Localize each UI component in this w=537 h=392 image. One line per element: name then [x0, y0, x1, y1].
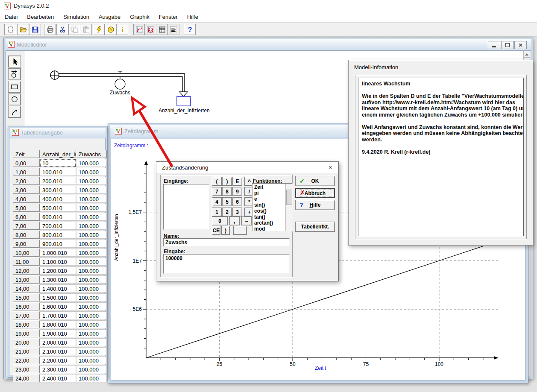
- table-cell-r7c0[interactable]: 7,00: [13, 222, 40, 230]
- table-cell-r17c0[interactable]: 17,00: [13, 311, 40, 319]
- connector-tool[interactable]: [8, 106, 21, 118]
- function-item-tan[interactable]: tan(): [253, 214, 285, 220]
- abbruch-button[interactable]: ✗ Abbruch: [295, 188, 335, 198]
- menu-datei[interactable]: Datei: [0, 12, 22, 22]
- function-item-mod[interactable]: mod: [253, 226, 285, 231]
- flow-valve-tool[interactable]: [8, 68, 21, 80]
- table-cell-r8c1[interactable]: 800.010: [40, 231, 76, 239]
- table-cell-r10c0[interactable]: 10,00: [13, 249, 40, 257]
- calc-button-([interactable]: (: [212, 177, 222, 186]
- menu-graphik[interactable]: Graphik: [125, 12, 154, 22]
- calc-button-)[interactable]: ): [222, 177, 232, 186]
- table-cell-r15c2[interactable]: 100.000: [76, 293, 107, 301]
- table-cell-r19c2[interactable]: 100.000: [76, 329, 107, 337]
- table-cell-r7c1[interactable]: 700.010: [40, 222, 76, 230]
- table-cell-r0c2[interactable]: 100.000: [76, 159, 107, 167]
- table-cell-r19c1[interactable]: 1.900.010: [40, 329, 76, 337]
- function-item-arctan[interactable]: arctan(): [253, 220, 285, 226]
- table-cell-r18c0[interactable]: 18,00: [13, 320, 40, 328]
- table-cell-r22c1[interactable]: 2.200.010: [40, 356, 76, 364]
- table-cell-r1c1[interactable]: 100.010: [40, 168, 76, 176]
- close-button[interactable]: ✕: [514, 41, 527, 49]
- menu-ausgabe[interactable]: Ausgabe: [94, 12, 125, 22]
- dialog-titlebar[interactable]: Zustandsänderung ×: [156, 162, 338, 173]
- table-cell-r20c2[interactable]: 100.000: [76, 338, 107, 346]
- column-header-Zeit[interactable]: Zeit: [13, 150, 40, 158]
- minimize-button[interactable]: [488, 41, 500, 49]
- table-cell-r22c2[interactable]: 100.000: [76, 356, 107, 364]
- table-cell-r18c2[interactable]: 100.000: [76, 320, 107, 328]
- simulation-run-button[interactable]: [93, 24, 105, 35]
- table-cell-r11c2[interactable]: 100.000: [76, 257, 107, 266]
- table-cell-r20c1[interactable]: 2.000.010: [40, 338, 76, 346]
- tabelle-button[interactable]: [156, 24, 168, 35]
- table-cell-r19c0[interactable]: 19,00: [13, 329, 40, 337]
- table-cell-r5c0[interactable]: 5,00: [13, 204, 40, 212]
- table-cell-r13c1[interactable]: 1.300.010: [40, 275, 76, 284]
- table-cell-r10c1[interactable]: 1.000.010: [40, 249, 76, 257]
- table-cell-r21c1[interactable]: 2.100.010: [40, 347, 76, 355]
- table-cell-r20c0[interactable]: 20,00: [13, 338, 40, 346]
- menu-simulation[interactable]: Simulation: [59, 12, 94, 22]
- funktionen-listbox[interactable]: Zeitpiesin()cos()tan()arctan()moddiv: [252, 183, 293, 231]
- table-cell-r8c2[interactable]: 100.000: [76, 231, 107, 239]
- table-cell-r5c2[interactable]: 100.000: [76, 204, 107, 212]
- table-cell-r4c0[interactable]: 4,00: [13, 195, 40, 203]
- table-cell-r11c1[interactable]: 1.100.010: [40, 257, 76, 266]
- table-cell-r6c2[interactable]: 100.000: [76, 213, 107, 221]
- table-cell-r14c2[interactable]: 100.000: [76, 284, 107, 293]
- column-header-Anzahl_der_Inf[interactable]: Anzahl_der_Inf: [40, 150, 76, 158]
- table-cell-r23c0[interactable]: 23,00: [13, 365, 40, 373]
- table-cell-r12c0[interactable]: 12,00: [13, 266, 40, 275]
- table-cell-r0c0[interactable]: 0,00: [13, 159, 40, 167]
- table-cell-r3c1[interactable]: 300.010: [40, 186, 76, 194]
- table-cell-r22c0[interactable]: 22,00: [13, 356, 40, 364]
- calc-button-)[interactable]: ): [221, 226, 230, 235]
- table-cell-r21c0[interactable]: 21,00: [13, 347, 40, 355]
- table-cell-r3c0[interactable]: 3,00: [13, 186, 40, 194]
- model-info-button[interactable]: i: [116, 24, 128, 35]
- table-cell-r11c0[interactable]: 11,00: [13, 257, 40, 266]
- constant-tool[interactable]: [8, 94, 21, 105]
- flow-valve[interactable]: [115, 79, 125, 89]
- table-cell-r16c0[interactable]: 16,00: [13, 302, 40, 310]
- table-cell-r9c2[interactable]: 100.000: [76, 240, 107, 248]
- zeitdiagramm-button[interactable]: [133, 24, 145, 35]
- calc-button-,[interactable]: ,: [229, 216, 240, 225]
- table-cell-r17c2[interactable]: 100.000: [76, 311, 107, 319]
- calc-button-CE[interactable]: CE: [212, 226, 220, 235]
- calc-button-7[interactable]: 7: [212, 187, 222, 196]
- calc-button-5[interactable]: 5: [222, 197, 232, 206]
- table-cell-r15c1[interactable]: 1.500.010: [40, 293, 76, 301]
- table-cell-r4c1[interactable]: 400.010: [40, 195, 76, 203]
- open-file-button[interactable]: [17, 24, 29, 35]
- calc-button-1[interactable]: 1: [212, 208, 222, 216]
- table-cell-r24c0[interactable]: 24,00: [13, 374, 40, 382]
- table-cell-r15c0[interactable]: 15,00: [13, 293, 40, 301]
- restore-button[interactable]: [501, 41, 514, 49]
- gleichungen-button[interactable]: [167, 24, 179, 35]
- calc-button-4[interactable]: 4: [212, 197, 222, 206]
- calc-button-6[interactable]: 6: [232, 197, 242, 206]
- dialog-close-icon[interactable]: ×: [326, 164, 334, 171]
- table-cell-r14c1[interactable]: 1.400.010: [40, 284, 76, 293]
- table-cell-r16c2[interactable]: 100.000: [76, 302, 107, 310]
- table-cell-r21c2[interactable]: 100.000: [76, 347, 107, 355]
- table-cell-r6c0[interactable]: 6,00: [13, 213, 40, 221]
- table-cell-r4c2[interactable]: 100.000: [76, 195, 107, 203]
- table-cell-r23c1[interactable]: 2.300.010: [40, 365, 76, 373]
- table-cell-r24c2[interactable]: 100.000: [76, 374, 107, 382]
- table-cell-r1c0[interactable]: 1,00: [13, 168, 40, 176]
- column-header-Zuwachs[interactable]: Zuwachs: [76, 150, 107, 158]
- simulation-time-button[interactable]: [105, 24, 117, 35]
- function-item-e[interactable]: e: [253, 196, 285, 202]
- table-cell-r14c0[interactable]: 14,00: [13, 284, 40, 293]
- table-cell-r7c2[interactable]: 100.000: [76, 222, 107, 230]
- modelleditor-titlebar[interactable]: Modelleditor: [6, 39, 531, 50]
- table-cell-r5c1[interactable]: 500.010: [40, 204, 76, 212]
- calc-button-3[interactable]: 3: [232, 208, 242, 216]
- table-cell-r9c1[interactable]: 900.010: [40, 240, 76, 248]
- menu-bearbeiten[interactable]: Bearbeiten: [22, 12, 59, 22]
- table-cell-r17c1[interactable]: 1.700.010: [40, 311, 76, 319]
- table-cell-r0c1[interactable]: 10: [40, 159, 76, 167]
